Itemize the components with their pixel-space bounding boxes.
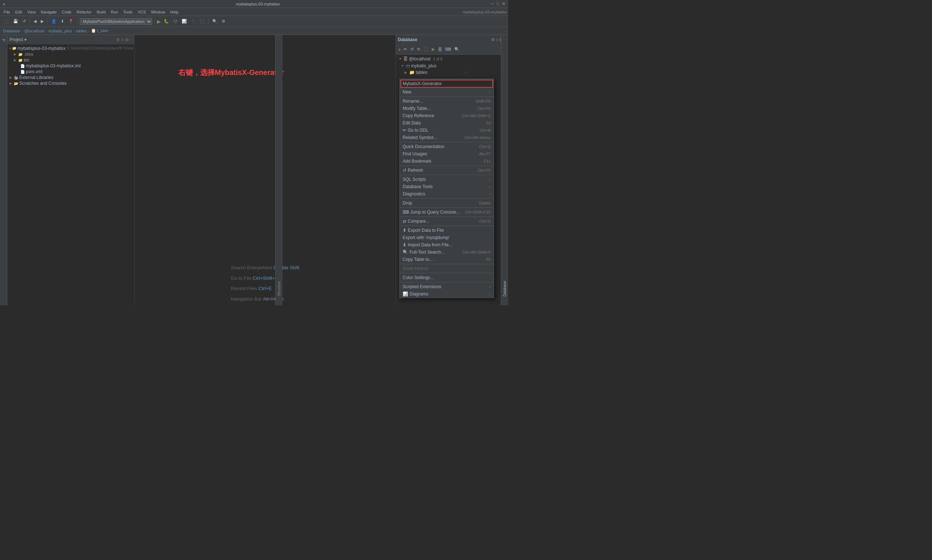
breadcrumb-mybatis-plus[interactable]: mybatis_plus bbox=[48, 29, 72, 33]
forward-button[interactable]: 💾 bbox=[12, 18, 20, 25]
ctx-go-to-ddl[interactable]: ✏ Go to DDL Ctrl+B bbox=[400, 127, 494, 134]
nav-back[interactable]: ◀ bbox=[32, 18, 38, 25]
ctx-copy-table[interactable]: Copy Table to... F5 bbox=[400, 256, 494, 263]
db-filter-btn[interactable]: 🔍 bbox=[453, 46, 461, 52]
ctx-edit-data[interactable]: Edit Data F4 bbox=[400, 119, 494, 127]
breadcrumb-database[interactable]: Database bbox=[3, 29, 20, 33]
ctx-import-data[interactable]: ⬇ Import Data from File... bbox=[400, 241, 494, 249]
db-tables[interactable]: ▶ 📁 tables › › bbox=[397, 69, 507, 76]
ctx-rename[interactable]: Rename... Shift+F6 bbox=[400, 97, 494, 105]
more-run[interactable]: ⋮ bbox=[189, 18, 197, 25]
stop-button[interactable]: ⬛ bbox=[198, 18, 206, 25]
back-button[interactable]: ⬛ bbox=[2, 18, 10, 25]
structure-tab[interactable]: Structure bbox=[275, 35, 282, 305]
run-config-dropdown[interactable]: MybatisPlus03MybatisxApplication bbox=[80, 18, 152, 25]
gear-icon[interactable]: ⚙ bbox=[116, 37, 120, 42]
ctx-copy-reference[interactable]: Copy Reference Ctrl+Alt+Shift+C bbox=[400, 112, 494, 119]
db-localhost[interactable]: ▼ 🗄 @localhost 1 of 9 bbox=[397, 55, 507, 63]
search-everywhere[interactable]: 🔍 bbox=[211, 18, 219, 25]
ctx-new[interactable]: New › bbox=[400, 88, 494, 96]
mybatisx-generator-input[interactable] bbox=[401, 80, 493, 88]
scratches-consoles[interactable]: ▶ 📂 Scratches and Consoles bbox=[8, 80, 134, 86]
breadcrumb-tables[interactable]: tables bbox=[76, 29, 87, 33]
profile-button[interactable]: 📊 bbox=[180, 18, 188, 25]
menu-navigate[interactable]: Navigate bbox=[39, 9, 59, 15]
localhost-arrow: ▼ bbox=[399, 57, 402, 61]
iml-file[interactable]: 📄 mybatisplus-03-mybatisx.iml bbox=[8, 63, 134, 69]
db-settings-icon[interactable]: ⚙ bbox=[491, 37, 495, 42]
ctx-find-usages[interactable]: Find Usages Alt+F7 bbox=[400, 150, 494, 158]
ctx-jump-to-query-console[interactable]: ⌨ Jump to Query Console... Ctrl+Shift+F1… bbox=[400, 209, 494, 216]
src-folder[interactable]: ▶ 📁 src bbox=[8, 57, 134, 63]
coverage-button[interactable]: 🛡 bbox=[172, 18, 179, 25]
menu-help[interactable]: Help bbox=[168, 9, 181, 15]
ctx-show-history[interactable]: Show History bbox=[400, 265, 494, 272]
ctx-drop[interactable]: Drop Delete bbox=[400, 199, 494, 207]
menu-run[interactable]: Run bbox=[108, 9, 120, 15]
ctx-scripted-extensions[interactable]: Scripted Extensions › bbox=[400, 283, 494, 290]
db-sort-icon[interactable]: ≡ bbox=[496, 37, 498, 42]
idea-folder[interactable]: ▶ 📁 .idea bbox=[8, 51, 134, 57]
pom-file[interactable]: 📄 pom.xml bbox=[8, 69, 134, 75]
menu-view[interactable]: View bbox=[25, 9, 38, 15]
menu-refactor[interactable]: Refactor bbox=[74, 9, 94, 15]
ctx-export-mysqldump[interactable]: Export with 'mysqldump' bbox=[400, 234, 494, 241]
git-icon[interactable]: ⬇ bbox=[59, 18, 66, 25]
project-panel: Project ▾ ⚙ ≡ ⊞ − ▼ 📁 mybatisplus-03-myb… bbox=[7, 35, 135, 305]
ctx-refresh[interactable]: ↺ Refresh Ctrl+F5 bbox=[400, 167, 494, 174]
db-add-btn[interactable]: + bbox=[397, 47, 402, 52]
ctx-sql-scripts[interactable]: SQL Scripts › bbox=[400, 176, 494, 183]
menu-window[interactable]: Window bbox=[149, 9, 168, 15]
ctx-quick-doc[interactable]: Quick Documentation Ctrl+Q bbox=[400, 143, 494, 150]
sort-icon[interactable]: ≡ bbox=[121, 37, 123, 42]
db-schema-btn[interactable]: 🗄 bbox=[437, 47, 443, 52]
ctx-full-text-search[interactable]: 🔍 Full-Text Search... Ctrl+Alt+Shift+F bbox=[400, 249, 494, 256]
ctx-database-tools[interactable]: Database Tools › bbox=[400, 183, 494, 190]
menu-tools[interactable]: Tools bbox=[121, 9, 135, 15]
ctx-diagnostics[interactable]: Diagnostics › bbox=[400, 190, 494, 198]
ctx-modify-table[interactable]: Modify Table... Ctrl+F6 bbox=[400, 105, 494, 112]
location-icon[interactable]: 📍 bbox=[67, 18, 75, 25]
expand-icon[interactable]: ⊞ bbox=[125, 37, 128, 42]
minimize-button[interactable]: ─ bbox=[491, 2, 494, 6]
close-button[interactable]: ✕ bbox=[502, 2, 505, 6]
settings[interactable]: ⚙ bbox=[220, 18, 227, 25]
menu-vcs[interactable]: VCS bbox=[136, 9, 148, 15]
ctx-diagrams[interactable]: 📊 Diagrams › bbox=[400, 290, 494, 298]
db-sync-btn[interactable]: ⟲ bbox=[416, 46, 421, 52]
db-run-btn[interactable]: ▶ bbox=[431, 46, 436, 52]
ctx-export-data[interactable]: ⬆ Export Data to File bbox=[400, 227, 494, 234]
user-icon[interactable]: 👤 bbox=[50, 18, 58, 25]
db-console-btn[interactable]: ⌨ bbox=[444, 46, 452, 52]
menu-code[interactable]: Code bbox=[60, 9, 74, 15]
external-libraries[interactable]: ▶ 📚 External Libraries bbox=[8, 75, 134, 80]
minus-icon[interactable]: − bbox=[130, 37, 132, 42]
window-controls[interactable]: ─ □ ✕ bbox=[491, 2, 505, 6]
run-button[interactable]: ▶ bbox=[157, 18, 161, 25]
menu-build[interactable]: Build bbox=[95, 9, 108, 15]
hint-search: Search Everywhere Double Shift bbox=[231, 263, 299, 273]
db-edit-btn[interactable]: ✏ bbox=[403, 46, 408, 52]
maximize-button[interactable]: □ bbox=[497, 2, 499, 6]
db-stop-btn[interactable]: ⬛ bbox=[422, 46, 430, 52]
src-icon: 📁 bbox=[18, 58, 23, 62]
debug-button[interactable]: 🐛 bbox=[162, 18, 170, 25]
ctx-color-settings[interactable]: Color Settings... bbox=[400, 274, 494, 281]
sync-button[interactable]: ↺ bbox=[21, 18, 27, 25]
database-side-tab[interactable]: Database bbox=[501, 35, 508, 305]
nav-forward[interactable]: ▶ bbox=[39, 18, 45, 25]
menu-file[interactable]: File bbox=[2, 9, 12, 15]
db-mybatis-plus[interactable]: ▼ 🗃 mybatis_plus bbox=[397, 63, 507, 69]
breadcrumb-localhost[interactable]: @localhost bbox=[25, 29, 45, 33]
toolbar: ⬛ 💾 ↺ ◀ ▶ 👤 ⬇ 📍 MybatisPlus03MybatisxApp… bbox=[0, 16, 508, 27]
localhost-badge: 1 of 9 bbox=[433, 57, 442, 61]
ctx-related-symbol[interactable]: Related Symbol... Ctrl+Alt+Home bbox=[400, 134, 494, 141]
breadcrumb-t-user[interactable]: 📋 t_user bbox=[91, 28, 108, 33]
ctx-add-bookmark[interactable]: Add Bookmark F11 bbox=[400, 158, 494, 165]
project-root[interactable]: ▼ 📁 mybatisplus-03-mybatisx C:\Users\hj1… bbox=[8, 45, 134, 51]
project-icon[interactable]: P bbox=[0, 38, 6, 43]
hint-nav-label: Navigation Bar bbox=[231, 296, 263, 302]
ctx-compare[interactable]: ⇄ Compare... Ctrl+D bbox=[400, 218, 494, 225]
db-refresh-btn[interactable]: ↺ bbox=[409, 46, 415, 52]
menu-edit[interactable]: Edit bbox=[13, 9, 25, 15]
